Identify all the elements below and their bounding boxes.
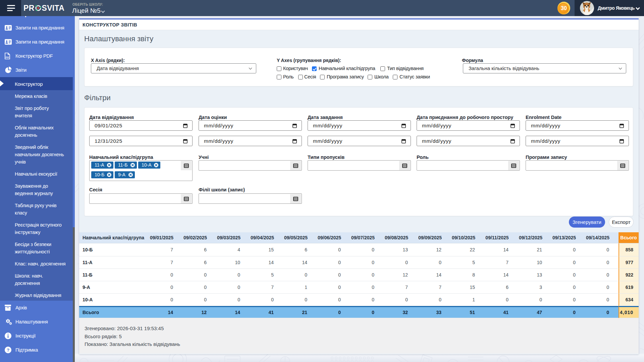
svg-text:30: 30	[561, 5, 567, 11]
svg-text:?: ?	[7, 348, 9, 353]
svg-text:PDF: PDF	[6, 56, 10, 58]
